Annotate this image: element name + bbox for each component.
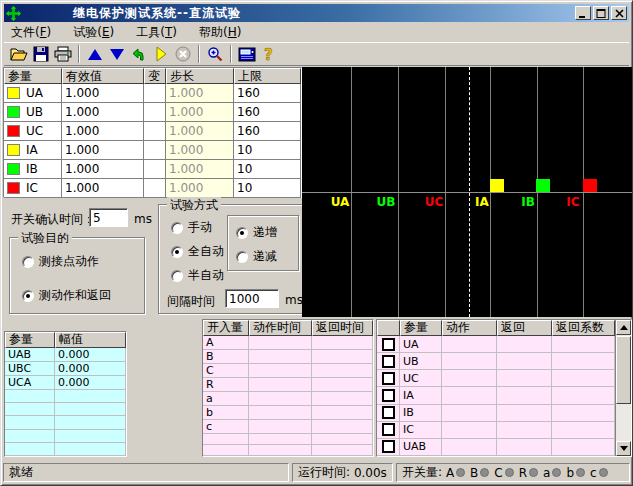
toolbar: ?: [4, 42, 629, 66]
menu-help[interactable]: 帮助(H): [199, 24, 241, 41]
param-step-cell[interactable]: 1.000: [166, 160, 234, 179]
param-name: UB: [26, 105, 43, 119]
interval-unit: ms: [285, 293, 303, 307]
param-limit-cell[interactable]: 160: [234, 84, 301, 103]
test-mode-group: 试验方式 手动 全自动 半自动 递增 递减 间隔时间 ms: [158, 204, 306, 314]
param-limit-cell[interactable]: 160: [234, 122, 301, 141]
radio-icon[interactable]: [171, 246, 183, 258]
checkbox[interactable]: [382, 389, 395, 402]
param-limit-cell[interactable]: 160: [234, 103, 301, 122]
channel-label-ua: UA: [331, 195, 350, 209]
param-vary-cell[interactable]: [144, 103, 166, 122]
input-row: B: [203, 350, 373, 364]
param-limit-cell[interactable]: 10: [234, 141, 301, 160]
checkbox[interactable]: [382, 406, 395, 419]
checkbox[interactable]: [382, 440, 395, 453]
param-value-cell[interactable]: 1.000: [62, 103, 144, 122]
checkbox[interactable]: [382, 423, 395, 436]
menu-file[interactable]: 文件(F): [11, 24, 51, 41]
radio-full-auto[interactable]: 全自动: [171, 243, 224, 260]
col-header-return: 返回: [497, 320, 552, 336]
zoom-icon[interactable]: [204, 44, 226, 64]
checkbox[interactable]: [382, 372, 395, 385]
radio-increment[interactable]: 递增: [236, 224, 277, 241]
param-value-cell[interactable]: 1.000: [62, 160, 144, 179]
step-up-icon[interactable]: [84, 44, 106, 64]
result-row: UC: [377, 370, 615, 387]
start-icon[interactable]: [150, 44, 172, 64]
result-row: IC: [377, 422, 615, 439]
param-step-cell[interactable]: 1.000: [166, 84, 234, 103]
radio-icon[interactable]: [22, 290, 34, 302]
reset-icon[interactable]: [128, 44, 150, 64]
save-icon[interactable]: [30, 44, 52, 64]
param-value-cell[interactable]: 1.000: [62, 122, 144, 141]
radio-decrement[interactable]: 递减: [236, 248, 277, 265]
param-vary-cell[interactable]: [144, 84, 166, 103]
input-row: a: [203, 392, 373, 406]
col-header-return-coef: 返回系数: [552, 320, 615, 336]
param-step-cell[interactable]: 1.000: [166, 122, 234, 141]
scroll-up-button[interactable]: [616, 320, 631, 335]
radio-contact-action[interactable]: 测接点动作: [22, 253, 99, 270]
confirm-time-input[interactable]: [89, 208, 128, 227]
param-step-cell[interactable]: 1.000: [166, 179, 234, 198]
radio-icon[interactable]: [236, 227, 248, 239]
minimize-button[interactable]: [575, 6, 591, 20]
param-vary-cell[interactable]: [144, 179, 166, 198]
maximize-button[interactable]: [593, 6, 609, 20]
param-vary-cell[interactable]: [144, 141, 166, 160]
menu-tools[interactable]: 工具(T): [136, 24, 177, 41]
close-button[interactable]: [611, 6, 627, 20]
radio-icon[interactable]: [171, 222, 183, 234]
radio-semi-auto[interactable]: 半自动: [171, 267, 224, 284]
param-value-cell[interactable]: 1.000: [62, 84, 144, 103]
radio-icon[interactable]: [22, 256, 34, 268]
radio-icon[interactable]: [236, 251, 248, 263]
input-row-empty: [203, 445, 373, 456]
param-step-cell[interactable]: 1.000: [166, 141, 234, 160]
param-row-ua: UA 1.000 1.000 160: [4, 84, 301, 103]
col-header-checkbox: [377, 320, 400, 336]
scroll-down-button[interactable]: [616, 441, 631, 456]
param-limit-cell[interactable]: 10: [234, 179, 301, 198]
title-bar: 继电保护测试系统--直流试验: [4, 4, 629, 22]
param-step-cell[interactable]: 1.000: [166, 103, 234, 122]
param-value-cell[interactable]: 1.000: [62, 141, 144, 160]
color-swatch: [7, 163, 20, 175]
scroll-thumb[interactable]: [616, 336, 631, 404]
instrument-icon[interactable]: [236, 44, 258, 64]
col-header-step: 步长: [166, 68, 234, 84]
switch-b2: b: [566, 466, 574, 480]
status-switch-panel: 开关量: A B C R a b c: [396, 463, 630, 482]
step-down-icon[interactable]: [106, 44, 128, 64]
toolbar-separator: [230, 45, 232, 63]
status-ready-text: 就绪: [9, 464, 33, 481]
radio-action-return[interactable]: 测动作和返回: [22, 287, 111, 304]
amplitude-row-empty: [5, 390, 126, 403]
interval-input[interactable]: [225, 289, 279, 308]
status-ready-panel: 就绪: [3, 463, 289, 482]
amplitude-row-empty: [5, 403, 126, 416]
param-value-cell[interactable]: 1.000: [62, 179, 144, 198]
switch-indicator-a2: [552, 468, 561, 477]
svg-text:?: ?: [264, 46, 273, 62]
open-file-icon[interactable]: [8, 44, 30, 64]
radio-manual[interactable]: 手动: [171, 219, 212, 236]
radio-icon[interactable]: [171, 270, 183, 282]
switch-c: C: [494, 466, 502, 480]
param-row-ic: IC 1.000 1.000 10: [4, 179, 301, 198]
checkbox[interactable]: [382, 355, 395, 368]
param-vary-cell[interactable]: [144, 122, 166, 141]
switch-c2: c: [590, 466, 597, 480]
checkbox[interactable]: [382, 338, 395, 351]
stop-icon[interactable]: [172, 44, 194, 64]
param-limit-cell[interactable]: 10: [234, 160, 301, 179]
vertical-scrollbar[interactable]: [615, 320, 631, 456]
param-vary-cell[interactable]: [144, 160, 166, 179]
result-table: 参量 动作 返回 返回系数 UA UB UC IA IB IC UAB: [376, 319, 632, 457]
menu-test[interactable]: 试验(E): [73, 24, 114, 41]
print-icon[interactable]: [52, 44, 74, 64]
help-icon[interactable]: ?: [258, 44, 280, 64]
axis-line: [302, 192, 632, 193]
